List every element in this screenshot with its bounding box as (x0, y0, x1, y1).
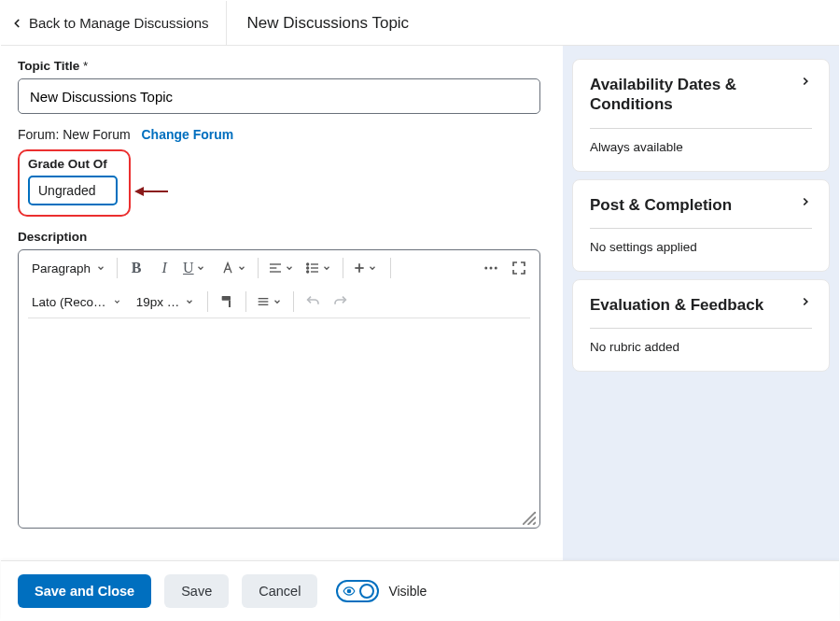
ellipsis-icon (483, 260, 499, 276)
forum-prefix: Forum: (18, 127, 63, 142)
block-format-select[interactable]: Paragraph (26, 256, 111, 280)
chevron-down-icon (237, 263, 246, 273)
chevron-right-icon (799, 75, 812, 88)
fullscreen-button[interactable] (506, 255, 532, 281)
chevron-down-icon (285, 263, 294, 273)
chevron-right-icon (799, 295, 812, 308)
panel-availability-title: Availability Dates & Conditions (590, 75, 795, 115)
format-painter-button[interactable] (214, 289, 240, 315)
chevron-down-icon (113, 297, 121, 306)
svg-point-15 (495, 267, 497, 270)
italic-icon: I (161, 260, 166, 276)
text-color-button[interactable] (217, 255, 252, 281)
chevron-down-icon (96, 263, 105, 273)
panel-availability: Availability Dates & Conditions Always a… (572, 59, 830, 172)
bold-button[interactable]: B (123, 255, 149, 281)
back-label: Back to Manage Discussions (29, 15, 209, 31)
redo-icon (333, 294, 348, 309)
svg-rect-17 (229, 301, 231, 307)
svg-point-5 (307, 263, 309, 265)
line-spacing-button[interactable] (252, 289, 287, 315)
svg-point-6 (307, 267, 309, 269)
chevron-down-icon (368, 263, 377, 273)
visibility-label: Visible (388, 584, 427, 599)
eye-icon (343, 585, 356, 598)
svg-line-23 (533, 522, 536, 525)
font-size-select[interactable]: 19px … (129, 289, 202, 314)
text-color-icon (220, 261, 235, 275)
chevron-down-icon (185, 297, 194, 306)
panel-post-completion-header[interactable]: Post & Completion (590, 195, 812, 215)
svg-rect-16 (222, 296, 231, 301)
line-spacing-icon (256, 294, 271, 309)
change-forum-link[interactable]: Change Forum (141, 127, 233, 142)
font-family-value: Lato (Recom… (32, 295, 107, 309)
svg-point-14 (490, 267, 493, 270)
topic-title-input[interactable] (18, 78, 540, 114)
svg-point-13 (484, 267, 487, 270)
toggle-knob (359, 584, 374, 599)
page-title: New Discussions Topic (227, 14, 430, 33)
svg-point-7 (307, 271, 309, 273)
grade-out-of-input[interactable]: Ungraded (28, 176, 118, 205)
list-button[interactable] (301, 255, 337, 281)
chevron-down-icon (273, 297, 282, 306)
grade-out-of-highlight: Grade Out Of Ungraded (18, 149, 131, 217)
chevron-left-icon (10, 17, 23, 30)
font-size-value: 19px … (136, 295, 180, 309)
back-button[interactable]: Back to Manage Discussions (1, 1, 227, 46)
format-painter-icon (219, 294, 234, 309)
align-left-icon (268, 261, 283, 275)
redo-button[interactable] (328, 289, 354, 315)
callout-arrow-icon (134, 184, 168, 199)
bullet-list-icon (305, 261, 320, 275)
rich-text-editor: Paragraph B I U (18, 249, 540, 529)
panel-availability-subtitle: Always available (590, 140, 812, 154)
italic-button[interactable]: I (151, 255, 177, 281)
resize-grip-icon[interactable] (523, 512, 536, 525)
underline-button[interactable]: U (179, 255, 215, 281)
panel-evaluation: Evaluation & Feedback No rubric added (572, 279, 830, 372)
topic-title-label: Topic Title (18, 59, 548, 73)
cancel-button[interactable]: Cancel (242, 574, 317, 608)
panel-evaluation-header[interactable]: Evaluation & Feedback (590, 295, 812, 315)
visibility-toggle[interactable] (336, 580, 379, 602)
insert-button[interactable] (349, 255, 385, 281)
chevron-down-icon (196, 263, 205, 273)
grade-out-of-value: Ungraded (38, 183, 96, 198)
more-actions-button[interactable] (478, 255, 504, 281)
chevron-right-icon (799, 195, 812, 208)
plus-icon (353, 261, 366, 275)
bold-icon: B (132, 260, 142, 276)
panel-post-completion-title: Post & Completion (590, 195, 732, 215)
svg-point-24 (348, 589, 352, 593)
panel-evaluation-subtitle: No rubric added (590, 340, 812, 354)
panel-evaluation-title: Evaluation & Feedback (590, 295, 763, 315)
panel-post-completion: Post & Completion No settings applied (572, 179, 830, 272)
grade-out-of-label: Grade Out Of (28, 157, 118, 171)
undo-button[interactable] (300, 289, 326, 315)
chevron-down-icon (322, 263, 331, 273)
forum-name: New Forum (63, 127, 130, 142)
editor-content-area[interactable] (19, 318, 539, 528)
description-label: Description (18, 230, 548, 244)
save-button[interactable]: Save (164, 574, 229, 608)
align-button[interactable] (264, 255, 300, 281)
svg-marker-1 (134, 187, 144, 196)
panel-post-completion-subtitle: No settings applied (590, 240, 812, 254)
underline-icon: U (183, 260, 194, 276)
panel-availability-header[interactable]: Availability Dates & Conditions (590, 75, 812, 115)
save-and-close-button[interactable]: Save and Close (18, 574, 151, 608)
font-family-select[interactable]: Lato (Recom… (26, 289, 127, 314)
expand-icon (511, 261, 526, 275)
undo-icon (305, 294, 320, 309)
block-format-value: Paragraph (32, 261, 91, 275)
